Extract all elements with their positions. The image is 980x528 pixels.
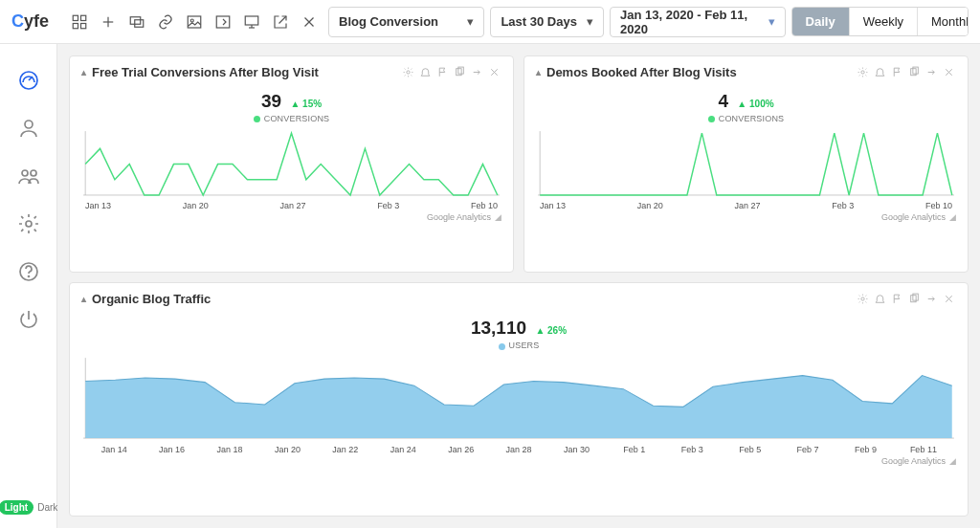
resize-handle-icon[interactable]: ◢: [949, 212, 956, 222]
widget-demos: ▴ Demos Booked After Blog Visits 4 ▲ 100…: [523, 55, 969, 273]
daterange-selector[interactable]: Jan 13, 2020 - Feb 11, 2020 ▾: [610, 7, 786, 37]
period-selector[interactable]: Last 30 Days ▾: [490, 7, 604, 37]
nav-settings[interactable]: [15, 210, 42, 237]
dashboard-selector[interactable]: Blog Conversion ▾: [328, 7, 484, 37]
widget-title: Free Trial Conversions After Blog Visit: [92, 65, 319, 79]
theme-toggle[interactable]: Light Dark: [0, 500, 57, 515]
share-icon[interactable]: [267, 9, 294, 35]
bell-icon[interactable]: [872, 64, 887, 79]
metric-delta: ▲ 100%: [737, 99, 773, 109]
theme-dark-label: Dark: [37, 502, 57, 513]
svg-rect-3: [81, 23, 86, 28]
svg-rect-6: [130, 16, 141, 24]
toolbar-icon-group: [66, 9, 323, 35]
svg-point-20: [26, 221, 32, 227]
svg-rect-8: [188, 16, 201, 28]
metric-value: 4: [718, 91, 728, 111]
widget-title: Organic Blog Traffic: [92, 292, 211, 306]
link-icon[interactable]: [152, 9, 179, 35]
duplicate-icon[interactable]: [452, 64, 467, 79]
widgets-icon[interactable]: [66, 9, 93, 35]
collapse-icon[interactable]: ▴: [536, 67, 541, 77]
svg-rect-11: [245, 16, 258, 25]
metric-delta: ▲ 26%: [535, 325, 567, 336]
edit-icon[interactable]: [210, 9, 236, 35]
svg-rect-1: [81, 15, 86, 20]
theme-light-badge: Light: [0, 500, 33, 515]
period-label: Last 30 Days: [501, 14, 577, 29]
bell-icon[interactable]: [417, 64, 433, 79]
xaxis-labels: Jan 14Jan 16Jan 18Jan 20Jan 22Jan 24Jan …: [81, 445, 956, 454]
nav-help[interactable]: [15, 258, 42, 285]
add-icon[interactable]: [95, 9, 122, 35]
source-label: Google Analytics: [881, 456, 946, 466]
metric-delta: ▲ 15%: [290, 99, 322, 109]
resize-handle-icon[interactable]: ◢: [949, 456, 956, 466]
nav-power[interactable]: [15, 306, 42, 333]
dashboard-name: Blog Conversion: [339, 14, 438, 29]
source-label: Google Analytics: [427, 212, 491, 222]
svg-rect-31: [910, 68, 915, 75]
topbar: Cyfe Blog Conversion ▾ Last 30 Days ▾ Ja…: [0, 0, 980, 44]
source-label: Google Analytics: [881, 212, 946, 222]
metric-value: 13,110: [471, 318, 526, 338]
svg-point-9: [190, 19, 193, 22]
legend-label: USERS: [509, 341, 540, 350]
grain-segment: Daily Weekly Monthly: [791, 7, 969, 36]
export-icon[interactable]: [924, 291, 939, 306]
daterange-label: Jan 13, 2020 - Feb 11, 2020: [620, 8, 761, 36]
remove-icon[interactable]: [941, 291, 956, 306]
duplicate-icon[interactable]: [906, 291, 922, 306]
svg-point-22: [28, 276, 29, 277]
grain-monthly[interactable]: Monthly: [917, 8, 969, 35]
widget-organic: ▴ Organic Blog Traffic 13,110 ▲ 26% USER…: [69, 282, 969, 517]
grain-daily[interactable]: Daily: [792, 8, 849, 35]
grain-weekly[interactable]: Weekly: [849, 8, 917, 35]
widget-action-group: [400, 64, 501, 79]
screens-icon[interactable]: [123, 9, 150, 35]
svg-point-23: [406, 70, 409, 73]
svg-rect-0: [73, 15, 78, 20]
svg-point-37: [860, 297, 863, 300]
export-icon[interactable]: [924, 64, 939, 79]
chart-demos: Jan 13Jan 20Jan 27Feb 3Feb 10: [536, 129, 956, 210]
chart-trial: Jan 13Jan 20Jan 27Feb 3Feb 10: [81, 129, 501, 210]
xaxis-labels: Jan 13Jan 20Jan 27Feb 3Feb 10: [536, 201, 956, 210]
svg-point-30: [860, 70, 863, 73]
close-icon[interactable]: [296, 9, 323, 35]
resize-handle-icon[interactable]: ◢: [495, 212, 501, 222]
svg-point-17: [25, 121, 33, 128]
chart-organic: Jan 14Jan 16Jan 18Jan 20Jan 22Jan 24Jan …: [81, 356, 956, 453]
widget-title: Demos Booked After Blog Visits: [546, 65, 737, 79]
duplicate-icon[interactable]: [906, 64, 922, 79]
export-icon[interactable]: [469, 64, 484, 79]
monitor-icon[interactable]: [238, 9, 265, 35]
gear-icon[interactable]: [855, 64, 870, 79]
svg-point-18: [22, 170, 28, 176]
image-icon[interactable]: [181, 9, 208, 35]
gear-icon[interactable]: [400, 64, 415, 79]
sidebar: Light Dark: [0, 44, 57, 528]
nav-dashboard[interactable]: [15, 67, 42, 94]
flag-icon[interactable]: [889, 291, 904, 306]
svg-rect-38: [910, 296, 915, 302]
svg-rect-39: [912, 294, 917, 300]
remove-icon[interactable]: [486, 64, 501, 79]
svg-rect-10: [216, 16, 230, 28]
flag-icon[interactable]: [889, 64, 904, 79]
nav-user[interactable]: [15, 115, 42, 142]
bell-icon[interactable]: [872, 291, 887, 306]
xaxis-labels: Jan 13Jan 20Jan 27Feb 3Feb 10: [81, 201, 501, 210]
collapse-icon[interactable]: ▴: [81, 294, 86, 304]
gear-icon[interactable]: [855, 291, 870, 306]
svg-rect-32: [912, 67, 917, 74]
remove-icon[interactable]: [941, 64, 956, 79]
metric-value: 39: [261, 91, 281, 111]
dashboard-content: ▴ Free Trial Conversions After Blog Visi…: [57, 44, 980, 528]
svg-rect-24: [456, 68, 460, 75]
collapse-icon[interactable]: ▴: [81, 67, 86, 77]
widget-action-group: [855, 64, 956, 79]
flag-icon[interactable]: [434, 64, 450, 79]
nav-team[interactable]: [15, 163, 42, 189]
legend-label: CONVERSIONS: [719, 114, 785, 123]
